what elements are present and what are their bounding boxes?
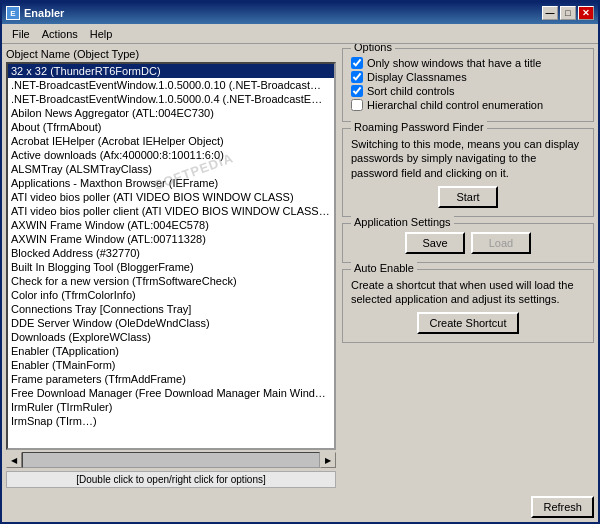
auto-enable-legend: Auto Enable <box>351 262 417 274</box>
list-item[interactable]: Active downloads (Afx:400000:8:10011:6:0… <box>8 148 334 162</box>
create-shortcut-button[interactable]: Create Shortcut <box>417 312 518 334</box>
options-checkbox-label-2: Sort child controls <box>367 85 454 97</box>
load-button[interactable]: Load <box>471 232 531 254</box>
list-item[interactable]: Check for a new version (TfrmSoftwareChe… <box>8 274 334 288</box>
list-header: Object Name (Object Type) <box>6 48 336 60</box>
list-item[interactable]: Acrobat IEHelper (Acrobat IEHelper Objec… <box>8 134 334 148</box>
checkbox-row: Display Classnames <box>351 71 585 83</box>
app-settings-buttons: Save Load <box>351 232 585 254</box>
list-item[interactable]: IrmRuler (TIrmRuler) <box>8 400 334 414</box>
checkbox-row: Only show windows that have a title <box>351 57 585 69</box>
list-item[interactable]: Downloads (ExploreWClass) <box>8 330 334 344</box>
options-checkbox-3[interactable] <box>351 99 363 111</box>
app-settings-content: Save Load <box>351 232 585 254</box>
list-item[interactable]: Blocked Address (#32770) <box>8 246 334 260</box>
list-item[interactable]: Enabler (TApplication) <box>8 344 334 358</box>
list-item[interactable]: Frame parameters (TfrmAddFrame) <box>8 372 334 386</box>
object-list[interactable]: 32 x 32 (ThunderRT6FormDC).NET-Broadcast… <box>6 62 336 450</box>
roaming-start-button[interactable]: Start <box>438 186 498 208</box>
bottom-bar: Refresh <box>2 492 598 522</box>
menu-bar: File Actions Help <box>2 24 598 44</box>
auto-enable-group: Auto Enable Create a shortcut that when … <box>342 269 594 344</box>
list-item[interactable]: Abilon News Aggregator (ATL:004EC730) <box>8 106 334 120</box>
close-button[interactable]: ✕ <box>578 6 594 20</box>
options-checkbox-label-3: Hierarchal child control enumeration <box>367 99 543 111</box>
main-window: E Enabler — □ ✕ File Actions Help SOFTPE… <box>0 0 600 524</box>
list-item[interactable]: About (TfrmAbout) <box>8 120 334 134</box>
list-item[interactable]: ALSMTray (ALSMTrayClass) <box>8 162 334 176</box>
options-legend: Options <box>351 44 395 53</box>
menu-actions[interactable]: Actions <box>36 26 84 42</box>
h-scroll-area: ◀ ▶ <box>6 452 336 468</box>
list-item[interactable]: IrmSnap (TIrm…) <box>8 414 334 428</box>
minimize-button[interactable]: — <box>542 6 558 20</box>
options-checkbox-label-1: Display Classnames <box>367 71 467 83</box>
app-settings-group: Application Settings Save Load <box>342 223 594 263</box>
h-scroll-track[interactable] <box>22 452 320 468</box>
list-item[interactable]: DDE Server Window (OleDdeWndClass) <box>8 316 334 330</box>
list-item[interactable]: Connections Tray [Connections Tray] <box>8 302 334 316</box>
list-item[interactable]: ATI video bios poller (ATI VIDEO BIOS WI… <box>8 190 334 204</box>
menu-help[interactable]: Help <box>84 26 119 42</box>
title-bar: E Enabler — □ ✕ <box>2 2 598 24</box>
list-item[interactable]: Free Download Manager (Free Download Man… <box>8 386 334 400</box>
options-checkbox-1[interactable] <box>351 71 363 83</box>
save-button[interactable]: Save <box>405 232 465 254</box>
refresh-button[interactable]: Refresh <box>531 496 594 518</box>
list-item[interactable]: AXWIN Frame Window (ATL:00711328) <box>8 232 334 246</box>
list-item[interactable]: .NET-BroadcastEventWindow.1.0.5000.0.4 (… <box>8 92 334 106</box>
options-checkbox-2[interactable] <box>351 85 363 97</box>
list-item[interactable]: Built In Blogging Tool (BloggerFrame) <box>8 260 334 274</box>
options-checkbox-0[interactable] <box>351 57 363 69</box>
main-content: SOFTPEDIA Object Name (Object Type) 32 x… <box>2 44 598 492</box>
roaming-password-group: Roaming Password Finder Switching to thi… <box>342 128 594 217</box>
app-icon: E <box>6 6 20 20</box>
scroll-right-button[interactable]: ▶ <box>320 452 336 468</box>
menu-file[interactable]: File <box>6 26 36 42</box>
roaming-password-legend: Roaming Password Finder <box>351 121 487 133</box>
window-title: Enabler <box>24 7 542 19</box>
list-item[interactable]: ATI video bios poller client (ATI VIDEO … <box>8 204 334 218</box>
roaming-password-content: Switching to this mode, means you can di… <box>351 137 585 208</box>
checkbox-row: Hierarchal child control enumeration <box>351 99 585 111</box>
roaming-password-description: Switching to this mode, means you can di… <box>351 137 585 180</box>
checkbox-row: Sort child controls <box>351 85 585 97</box>
list-item[interactable]: AXWIN Frame Window (ATL:004EC578) <box>8 218 334 232</box>
title-controls: — □ ✕ <box>542 6 594 20</box>
left-panel: Object Name (Object Type) 32 x 32 (Thund… <box>6 48 336 488</box>
list-item[interactable]: .NET-BroadcastEventWindow.1.0.5000.0.10 … <box>8 78 334 92</box>
options-group: Options Only show windows that have a ti… <box>342 48 594 122</box>
auto-enable-description: Create a shortcut that when used will lo… <box>351 278 585 307</box>
list-footer: [Double click to open/right click for op… <box>6 471 336 488</box>
maximize-button[interactable]: □ <box>560 6 576 20</box>
options-content: Only show windows that have a titleDispl… <box>351 57 585 111</box>
list-item[interactable]: Color info (TfrmColorInfo) <box>8 288 334 302</box>
auto-enable-content: Create a shortcut that when used will lo… <box>351 278 585 335</box>
list-item[interactable]: Enabler (TMainForm) <box>8 358 334 372</box>
list-item[interactable]: 32 x 32 (ThunderRT6FormDC) <box>8 64 334 78</box>
options-checkbox-label-0: Only show windows that have a title <box>367 57 541 69</box>
right-panel: Options Only show windows that have a ti… <box>342 48 594 488</box>
list-item[interactable]: Applications - Maxthon Browser (IEFrame) <box>8 176 334 190</box>
app-settings-legend: Application Settings <box>351 216 454 228</box>
scroll-left-button[interactable]: ◀ <box>6 452 22 468</box>
